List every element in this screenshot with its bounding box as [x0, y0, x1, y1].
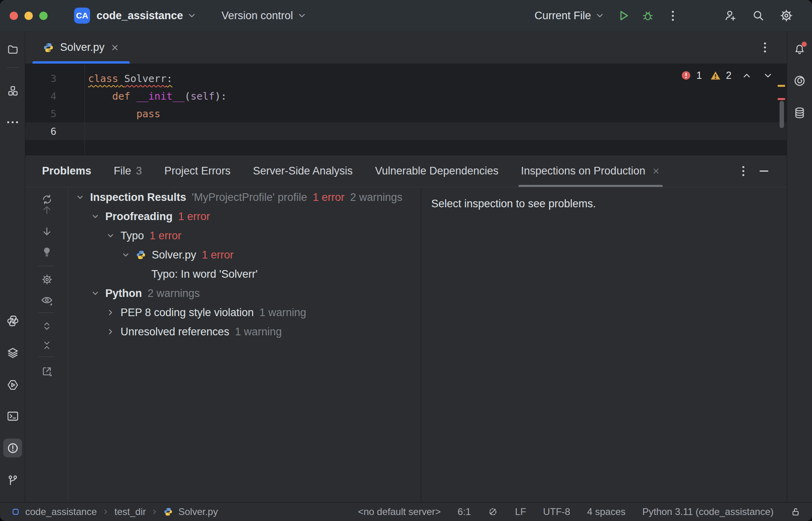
layers-icon[interactable] [3, 343, 22, 362]
export-icon[interactable] [38, 363, 55, 380]
collapse-all-icon[interactable] [38, 337, 55, 354]
search-icon[interactable] [750, 7, 767, 24]
python-icon [43, 42, 54, 53]
chevron-up-icon[interactable] [742, 70, 752, 81]
services-icon[interactable] [3, 375, 22, 394]
tab-file[interactable]: File3 [114, 155, 142, 187]
zoom-window-button[interactable] [39, 12, 48, 20]
module-icon [11, 507, 20, 516]
line-ending-widget[interactable]: LF [515, 506, 526, 517]
structure-icon[interactable] [3, 81, 22, 100]
problems-tab-bar: Problems File3 Project Errors Server-Sid… [25, 155, 787, 187]
stripe-separator [6, 67, 19, 68]
error-stripe-mark[interactable] [778, 98, 785, 100]
code-line: 4 def __init__(self): [25, 87, 787, 105]
arrow-down-icon[interactable] [38, 223, 55, 240]
caret-position-widget[interactable]: 6:1 [458, 506, 471, 517]
tab-options-kebab-icon[interactable] [764, 42, 766, 52]
tree-row-python[interactable]: Python 2 warnings [68, 284, 421, 303]
chevron-down-icon[interactable] [595, 11, 605, 20]
indent-widget[interactable]: 4 spaces [587, 506, 625, 517]
chevron-right-icon[interactable] [106, 327, 115, 336]
tab-solver-py[interactable]: Solver.py [32, 31, 130, 64]
breadcrumb: code_assistance test_dir Solver.py [11, 506, 218, 517]
folder-icon[interactable] [3, 40, 22, 59]
database-icon[interactable] [790, 103, 809, 122]
terminal-icon[interactable] [3, 407, 22, 425]
notification-badge [802, 42, 807, 47]
tab-vulnerable-dependencies[interactable]: Vulnerable Dependencies [375, 155, 498, 187]
code-line-active: 6 [25, 122, 787, 140]
tree-row-inspection-results[interactable]: Inspection Results 'MyProjectProfile' pr… [68, 188, 421, 207]
version-control-menu[interactable]: Version control [221, 10, 293, 22]
code-line: 3 class Solverr: [25, 70, 787, 87]
problems-panel: Problems File3 Project Errors Server-Sid… [25, 155, 787, 502]
toolbar-separator [38, 357, 54, 357]
chevron-right-icon [102, 508, 109, 515]
chevron-down-icon[interactable] [121, 250, 130, 259]
chevron-down-icon[interactable] [91, 289, 100, 298]
code-editor[interactable]: 3 class Solverr: 4 def __init__(self): 5… [25, 64, 787, 155]
tree-row-typo[interactable]: Typo 1 error [68, 226, 421, 245]
expand-all-icon[interactable] [38, 318, 55, 335]
ai-assistant-icon[interactable] [790, 71, 809, 90]
tab-server-side-analysis[interactable]: Server-Side Analysis [253, 155, 353, 187]
breadcrumb-file[interactable]: Solver.py [178, 506, 218, 517]
run-button[interactable] [615, 7, 633, 24]
more-actions-kebab-icon[interactable] [664, 7, 681, 24]
chevron-down-icon[interactable] [297, 11, 307, 20]
tab-inspections-on-production[interactable]: Inspections on Production [521, 155, 660, 187]
chevron-down-icon[interactable] [187, 11, 197, 20]
tree-row-unresolved-references[interactable]: Unresolved references 1 warning [68, 322, 421, 341]
line-number: 3 [25, 73, 84, 84]
close-icon[interactable] [111, 43, 119, 52]
settings-icon[interactable] [38, 271, 55, 288]
minimize-window-button[interactable] [24, 12, 33, 20]
tree-row-pep8[interactable]: PEP 8 coding style violation 1 warning [68, 303, 421, 322]
close-icon[interactable] [652, 167, 660, 175]
tree-row-solver-py[interactable]: Solver.py 1 error [68, 245, 421, 265]
notifications-icon[interactable] [790, 40, 809, 59]
breadcrumb-project[interactable]: code_assistance [25, 506, 97, 517]
inspection-results-tree: Inspection Results 'MyProjectProfile' pr… [68, 187, 421, 502]
ide-window: CA code_assistance Version control Curre… [0, 0, 812, 521]
debug-icon[interactable] [639, 7, 657, 24]
warning-icon [710, 70, 721, 81]
warning-stripe-mark[interactable] [778, 85, 785, 87]
tab-problems[interactable]: Problems [42, 155, 91, 187]
settings-icon[interactable] [778, 7, 795, 24]
interpreter-widget[interactable]: Python 3.11 (code_assistance) [642, 506, 774, 517]
python-packages-icon[interactable] [3, 311, 22, 330]
highlight-off-icon[interactable] [488, 507, 498, 517]
default-server-widget[interactable]: <no default server> [358, 506, 441, 517]
encoding-widget[interactable]: UTF-8 [543, 506, 570, 517]
preview-eye-icon[interactable] [38, 292, 55, 309]
chevron-down-icon[interactable] [106, 231, 115, 240]
project-selector[interactable]: code_assistance [96, 10, 183, 22]
left-tool-stripe [0, 31, 25, 502]
close-window-button[interactable] [10, 12, 18, 20]
unlock-icon[interactable] [790, 507, 801, 517]
more-tool-windows-icon[interactable] [3, 113, 22, 132]
inspections-widget[interactable]: 1 2 [681, 70, 773, 81]
chevron-down-icon[interactable] [76, 193, 84, 202]
tab-label: Solver.py [60, 41, 105, 54]
status-bar: code_assistance test_dir Solver.py <no d… [0, 502, 812, 521]
tab-project-errors[interactable]: Project Errors [165, 155, 231, 187]
detail-placeholder: Select inspection to see problems. [431, 198, 596, 210]
problems-icon[interactable] [3, 439, 22, 457]
panel-options-kebab-icon[interactable] [742, 166, 744, 176]
chevron-right-icon[interactable] [106, 308, 115, 317]
chevron-down-icon[interactable] [91, 212, 100, 221]
hide-panel-icon[interactable] [760, 170, 768, 172]
lightbulb-icon[interactable] [38, 244, 55, 260]
run-configuration-selector[interactable]: Current File [535, 10, 591, 22]
git-icon[interactable] [3, 471, 22, 489]
breadcrumb-dir[interactable]: test_dir [115, 506, 146, 517]
tree-row-typo-detail[interactable]: Typo: In word 'Solverr' [68, 265, 421, 284]
arrow-up-icon[interactable] [38, 202, 55, 218]
chevron-down-icon[interactable] [763, 70, 773, 81]
add-user-icon[interactable] [722, 7, 739, 24]
tree-row-proofreading[interactable]: Proofreading 1 error [68, 207, 421, 226]
editor-scrollbar[interactable] [780, 101, 784, 128]
